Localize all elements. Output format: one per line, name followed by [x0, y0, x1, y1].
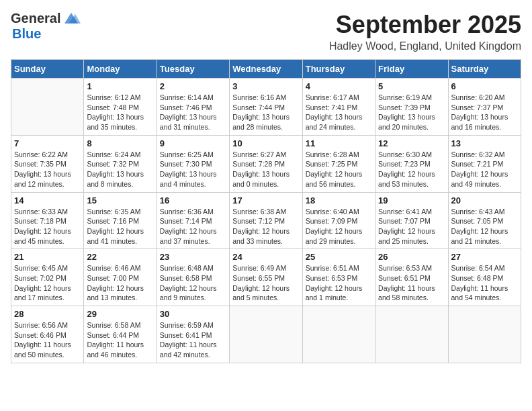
day-info: Sunrise: 6:20 AMSunset: 7:37 PMDaylight:…: [451, 93, 518, 132]
day-info: Sunrise: 6:12 AMSunset: 7:48 PMDaylight:…: [87, 93, 153, 132]
day-number: 11: [306, 138, 372, 148]
calendar-header: SundayMondayTuesdayWednesdayThursdayFrid…: [11, 60, 521, 79]
day-info: Sunrise: 6:54 AMSunset: 6:48 PMDaylight:…: [451, 263, 518, 303]
calendar-cell: 13Sunrise: 6:32 AMSunset: 7:21 PMDayligh…: [448, 135, 521, 192]
week-row-4: 28Sunrise: 6:56 AMSunset: 6:46 PMDayligh…: [11, 306, 521, 363]
day-info: Sunrise: 6:25 AMSunset: 7:30 PMDaylight:…: [160, 150, 226, 189]
calendar-cell: 10Sunrise: 6:27 AMSunset: 7:28 PMDayligh…: [230, 135, 302, 192]
calendar-cell: 26Sunrise: 6:53 AMSunset: 6:51 PMDayligh…: [375, 249, 448, 306]
calendar-cell: 17Sunrise: 6:38 AMSunset: 7:12 PMDayligh…: [230, 192, 302, 249]
calendar-cell: [375, 306, 448, 363]
calendar-cell: 30Sunrise: 6:59 AMSunset: 6:41 PMDayligh…: [157, 306, 229, 363]
day-number: 9: [160, 138, 226, 148]
day-number: 18: [306, 195, 372, 205]
day-info: Sunrise: 6:36 AMSunset: 7:14 PMDaylight:…: [160, 207, 226, 246]
day-number: 7: [14, 138, 81, 148]
day-number: 2: [160, 81, 226, 91]
calendar-cell: [302, 306, 375, 363]
day-info: Sunrise: 6:35 AMSunset: 7:16 PMDaylight:…: [87, 207, 153, 246]
calendar-cell: 4Sunrise: 6:17 AMSunset: 7:41 PMDaylight…: [302, 79, 375, 136]
calendar-cell: [11, 79, 84, 136]
calendar-cell: 27Sunrise: 6:54 AMSunset: 6:48 PMDayligh…: [448, 249, 521, 306]
day-info: Sunrise: 6:59 AMSunset: 6:41 PMDaylight:…: [160, 320, 226, 360]
calendar-cell: 25Sunrise: 6:51 AMSunset: 6:53 PMDayligh…: [302, 249, 375, 306]
day-info: Sunrise: 6:17 AMSunset: 7:41 PMDaylight:…: [306, 93, 372, 132]
logo-general-text: General: [11, 11, 60, 26]
calendar-cell: 28Sunrise: 6:56 AMSunset: 6:46 PMDayligh…: [11, 306, 84, 363]
week-row-0: 1Sunrise: 6:12 AMSunset: 7:48 PMDaylight…: [11, 79, 521, 136]
day-number: 6: [451, 81, 518, 91]
day-info: Sunrise: 6:27 AMSunset: 7:28 PMDaylight:…: [232, 150, 299, 189]
logo: General Blue: [11, 11, 81, 42]
day-number: 29: [87, 309, 153, 319]
calendar-cell: 14Sunrise: 6:33 AMSunset: 7:18 PMDayligh…: [11, 192, 84, 249]
day-info: Sunrise: 6:14 AMSunset: 7:46 PMDaylight:…: [160, 93, 226, 132]
day-number: 16: [160, 195, 226, 205]
day-number: 21: [14, 252, 81, 262]
day-info: Sunrise: 6:56 AMSunset: 6:46 PMDaylight:…: [14, 320, 81, 360]
day-info: Sunrise: 6:58 AMSunset: 6:44 PMDaylight:…: [87, 320, 153, 360]
day-number: 27: [451, 252, 518, 262]
calendar-cell: 11Sunrise: 6:28 AMSunset: 7:25 PMDayligh…: [302, 135, 375, 192]
week-row-3: 21Sunrise: 6:45 AMSunset: 7:02 PMDayligh…: [11, 249, 521, 306]
day-number: 25: [306, 252, 372, 262]
day-info: Sunrise: 6:38 AMSunset: 7:12 PMDaylight:…: [232, 207, 299, 246]
calendar-cell: 20Sunrise: 6:43 AMSunset: 7:05 PMDayligh…: [448, 192, 521, 249]
day-info: Sunrise: 6:16 AMSunset: 7:44 PMDaylight:…: [232, 93, 299, 132]
day-number: 13: [451, 138, 518, 148]
calendar-cell: 7Sunrise: 6:22 AMSunset: 7:35 PMDaylight…: [11, 135, 84, 192]
calendar-cell: 2Sunrise: 6:14 AMSunset: 7:46 PMDaylight…: [157, 79, 229, 136]
day-info: Sunrise: 6:30 AMSunset: 7:23 PMDaylight:…: [378, 150, 445, 189]
calendar-cell: 5Sunrise: 6:19 AMSunset: 7:39 PMDaylight…: [375, 79, 448, 136]
day-info: Sunrise: 6:45 AMSunset: 7:02 PMDaylight:…: [14, 263, 81, 303]
day-number: 1: [87, 81, 153, 91]
day-number: 14: [14, 195, 81, 205]
day-number: 30: [160, 309, 226, 319]
day-number: 19: [378, 195, 445, 205]
weekday-header-sunday: Sunday: [11, 60, 84, 79]
weekday-header-monday: Monday: [84, 60, 157, 79]
day-info: Sunrise: 6:28 AMSunset: 7:25 PMDaylight:…: [306, 150, 372, 189]
calendar-cell: 3Sunrise: 6:16 AMSunset: 7:44 PMDaylight…: [230, 79, 302, 136]
day-info: Sunrise: 6:22 AMSunset: 7:35 PMDaylight:…: [14, 150, 81, 189]
day-info: Sunrise: 6:43 AMSunset: 7:05 PMDaylight:…: [451, 207, 518, 246]
calendar-cell: 12Sunrise: 6:30 AMSunset: 7:23 PMDayligh…: [375, 135, 448, 192]
calendar-cell: 16Sunrise: 6:36 AMSunset: 7:14 PMDayligh…: [157, 192, 229, 249]
day-info: Sunrise: 6:48 AMSunset: 6:58 PMDaylight:…: [160, 263, 226, 303]
weekday-header-thursday: Thursday: [302, 60, 375, 79]
calendar-cell: 8Sunrise: 6:24 AMSunset: 7:32 PMDaylight…: [84, 135, 157, 192]
calendar-cell: 24Sunrise: 6:49 AMSunset: 6:55 PMDayligh…: [230, 249, 302, 306]
title-section: September 2025 Hadley Wood, England, Uni…: [329, 11, 521, 52]
calendar-cell: 21Sunrise: 6:45 AMSunset: 7:02 PMDayligh…: [11, 249, 84, 306]
day-number: 26: [378, 252, 445, 262]
calendar-cell: 23Sunrise: 6:48 AMSunset: 6:58 PMDayligh…: [157, 249, 229, 306]
weekday-header-wednesday: Wednesday: [230, 60, 302, 79]
page-header: General Blue September 2025 Hadley Wood,…: [11, 11, 521, 52]
calendar-cell: 6Sunrise: 6:20 AMSunset: 7:37 PMDaylight…: [448, 79, 521, 136]
day-number: 24: [232, 252, 299, 262]
day-number: 8: [87, 138, 153, 148]
day-number: 23: [160, 252, 226, 262]
day-number: 20: [451, 195, 518, 205]
calendar-body: 1Sunrise: 6:12 AMSunset: 7:48 PMDaylight…: [11, 79, 521, 363]
day-info: Sunrise: 6:19 AMSunset: 7:39 PMDaylight:…: [378, 93, 445, 132]
day-info: Sunrise: 6:41 AMSunset: 7:07 PMDaylight:…: [378, 207, 445, 246]
day-info: Sunrise: 6:51 AMSunset: 6:53 PMDaylight:…: [306, 263, 372, 303]
weekday-header-tuesday: Tuesday: [157, 60, 229, 79]
day-number: 15: [87, 195, 153, 205]
day-number: 28: [14, 309, 81, 319]
calendar-cell: 29Sunrise: 6:58 AMSunset: 6:44 PMDayligh…: [84, 306, 157, 363]
calendar-cell: [448, 306, 521, 363]
day-number: 5: [378, 81, 445, 91]
day-number: 17: [232, 195, 299, 205]
day-info: Sunrise: 6:24 AMSunset: 7:32 PMDaylight:…: [87, 150, 153, 189]
day-number: 3: [232, 81, 299, 91]
day-number: 22: [87, 252, 153, 262]
calendar-cell: 19Sunrise: 6:41 AMSunset: 7:07 PMDayligh…: [375, 192, 448, 249]
calendar-cell: 15Sunrise: 6:35 AMSunset: 7:16 PMDayligh…: [84, 192, 157, 249]
day-number: 4: [306, 81, 372, 91]
calendar-cell: 9Sunrise: 6:25 AMSunset: 7:30 PMDaylight…: [157, 135, 229, 192]
calendar-cell: [230, 306, 302, 363]
day-number: 10: [232, 138, 299, 148]
day-info: Sunrise: 6:49 AMSunset: 6:55 PMDaylight:…: [232, 263, 299, 303]
